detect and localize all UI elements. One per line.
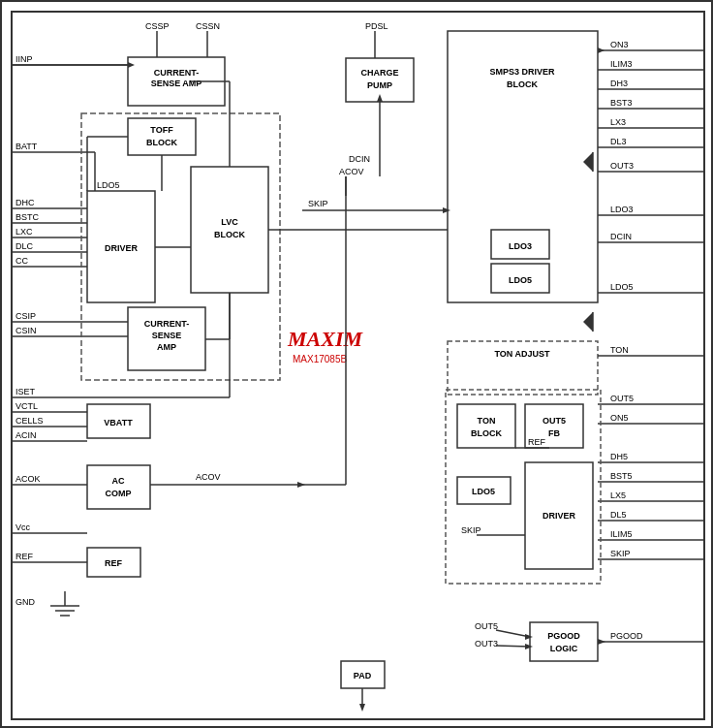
svg-text:LDO5: LDO5 xyxy=(509,275,532,285)
svg-rect-56 xyxy=(87,465,150,509)
svg-text:BATT: BATT xyxy=(16,142,38,151)
svg-rect-154 xyxy=(530,622,598,661)
svg-text:ACOK: ACOK xyxy=(16,474,41,484)
svg-text:OUT3: OUT3 xyxy=(475,639,498,649)
svg-text:ACIN: ACIN xyxy=(16,430,37,440)
svg-text:SKIP: SKIP xyxy=(610,549,631,558)
svg-text:DRIVER: DRIVER xyxy=(542,511,576,521)
svg-rect-127 xyxy=(457,404,515,448)
svg-text:REF: REF xyxy=(105,558,123,568)
svg-text:BST3: BST3 xyxy=(610,98,633,108)
svg-text:OUT5: OUT5 xyxy=(542,416,566,426)
svg-text:TON: TON xyxy=(478,416,496,426)
svg-text:ON3: ON3 xyxy=(610,40,629,49)
svg-text:ILIM3: ILIM3 xyxy=(610,59,633,69)
svg-text:LVC: LVC xyxy=(221,217,238,227)
svg-text:PGOOD: PGOOD xyxy=(547,631,580,641)
svg-text:FB: FB xyxy=(548,428,560,438)
svg-text:TON ADJUST: TON ADJUST xyxy=(494,349,550,359)
svg-text:BLOCK: BLOCK xyxy=(507,79,538,89)
svg-marker-164 xyxy=(598,639,605,645)
svg-marker-88 xyxy=(598,47,604,53)
svg-text:OUT5: OUT5 xyxy=(475,621,498,631)
diagram-svg: IINP CSSP CSSN CURRENT- SENSE AMP BATT T… xyxy=(2,2,713,728)
svg-text:CSSN: CSSN xyxy=(196,21,220,31)
svg-text:MAX17085B: MAX17085B xyxy=(293,354,347,364)
svg-rect-0 xyxy=(12,12,704,719)
svg-text:SENSE AMP: SENSE AMP xyxy=(151,79,202,88)
svg-text:DLC: DLC xyxy=(16,241,34,251)
svg-text:REF: REF xyxy=(528,437,546,447)
svg-text:PDSL: PDSL xyxy=(365,21,388,31)
svg-text:LDO3: LDO3 xyxy=(610,205,634,214)
svg-text:SENSE: SENSE xyxy=(152,331,182,340)
svg-text:TON: TON xyxy=(610,345,629,355)
svg-text:ILIM5: ILIM5 xyxy=(610,529,633,539)
svg-text:AMP: AMP xyxy=(157,342,176,352)
svg-text:MAXIM: MAXIM xyxy=(287,327,363,351)
svg-text:BST5: BST5 xyxy=(610,471,633,481)
svg-text:IINP: IINP xyxy=(16,54,33,64)
svg-text:PUMP: PUMP xyxy=(367,80,392,90)
svg-text:CHARGE: CHARGE xyxy=(360,68,398,78)
svg-text:DCIN: DCIN xyxy=(610,232,632,241)
svg-text:ON5: ON5 xyxy=(610,413,629,423)
svg-text:CURRENT-: CURRENT- xyxy=(154,68,200,78)
svg-text:SMPS3 DRIVER: SMPS3 DRIVER xyxy=(489,67,555,77)
svg-text:CC: CC xyxy=(16,256,28,266)
svg-text:DL3: DL3 xyxy=(610,137,627,146)
svg-text:BLOCK: BLOCK xyxy=(146,138,177,147)
svg-text:COMP: COMP xyxy=(106,489,132,498)
svg-text:OUT5: OUT5 xyxy=(610,394,634,403)
svg-text:TOFF: TOFF xyxy=(150,125,173,135)
svg-text:Vcc: Vcc xyxy=(16,522,31,532)
svg-marker-117 xyxy=(583,312,593,332)
svg-line-161 xyxy=(496,646,530,647)
svg-text:PGOOD: PGOOD xyxy=(610,631,643,641)
svg-text:LX3: LX3 xyxy=(610,117,626,127)
svg-text:GND: GND xyxy=(16,597,36,607)
svg-text:LDO3: LDO3 xyxy=(509,241,532,251)
svg-text:SKIP: SKIP xyxy=(308,199,328,208)
svg-marker-169 xyxy=(359,704,365,712)
svg-text:LDO5: LDO5 xyxy=(472,487,495,496)
svg-text:CSIP: CSIP xyxy=(16,311,36,321)
svg-text:LX5: LX5 xyxy=(610,491,626,500)
svg-text:LXC: LXC xyxy=(16,227,33,237)
svg-text:LOGIC: LOGIC xyxy=(550,644,578,653)
svg-text:CELLS: CELLS xyxy=(16,416,44,426)
svg-text:ACOV: ACOV xyxy=(196,472,221,482)
svg-text:LDO5: LDO5 xyxy=(610,282,634,292)
svg-text:OUT3: OUT3 xyxy=(610,161,634,171)
svg-text:DH3: DH3 xyxy=(610,79,628,88)
svg-text:ISET: ISET xyxy=(16,387,36,396)
svg-text:DHC: DHC xyxy=(16,198,35,207)
svg-rect-14 xyxy=(128,118,196,155)
svg-text:VBATT: VBATT xyxy=(104,418,133,427)
svg-text:BSTC: BSTC xyxy=(16,212,40,222)
svg-line-158 xyxy=(496,630,530,637)
svg-text:AC: AC xyxy=(112,476,125,486)
svg-text:CSIN: CSIN xyxy=(16,326,37,335)
svg-text:LDO5: LDO5 xyxy=(97,180,120,190)
svg-text:REF: REF xyxy=(16,552,34,561)
svg-text:DRIVER: DRIVER xyxy=(105,243,139,253)
svg-text:DH5: DH5 xyxy=(610,452,628,461)
svg-text:CSSP: CSSP xyxy=(145,21,170,31)
diagram: IINP CSSP CSSN CURRENT- SENSE AMP BATT T… xyxy=(0,0,713,728)
svg-text:VCTL: VCTL xyxy=(16,401,38,411)
svg-text:DCIN: DCIN xyxy=(349,154,370,164)
svg-text:CURRENT-: CURRENT- xyxy=(144,319,190,329)
svg-text:BLOCK: BLOCK xyxy=(214,230,245,239)
svg-text:SKIP: SKIP xyxy=(461,525,481,535)
svg-text:DL5: DL5 xyxy=(610,510,627,520)
svg-text:ACOV: ACOV xyxy=(339,167,364,176)
svg-text:BLOCK: BLOCK xyxy=(471,428,502,438)
svg-text:PAD: PAD xyxy=(354,671,372,681)
